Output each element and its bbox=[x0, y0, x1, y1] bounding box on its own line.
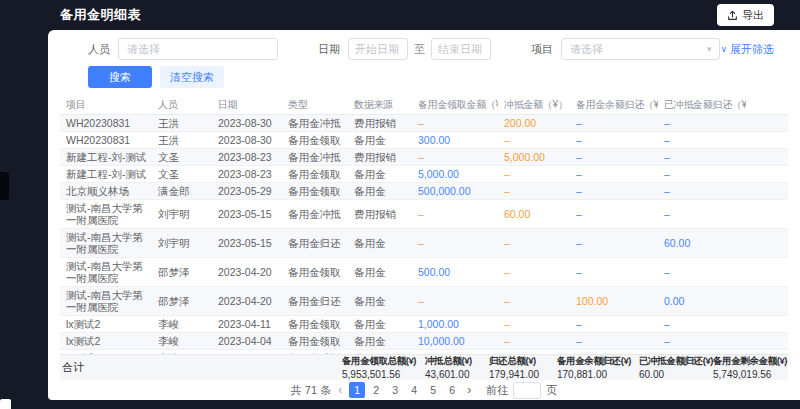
table-cell: WH20230831 bbox=[60, 132, 152, 149]
table-cell-filler bbox=[746, 166, 788, 183]
column-header-filler bbox=[746, 96, 788, 115]
page-button-1[interactable]: 1 bbox=[349, 382, 365, 398]
table-cell: – bbox=[570, 115, 658, 132]
table-cell-filler bbox=[746, 229, 788, 258]
page-button-2[interactable]: 2 bbox=[368, 382, 384, 398]
table-row: 测试-南昌大学第一附属医院刘宇明2023-05-15备用金冲抵费用报销–60.0… bbox=[60, 200, 788, 229]
table-row: 新建工程-刘-测试文圣2023-08-23备用金冲抵费用报销–5,000.00–… bbox=[60, 149, 788, 166]
table-cell: 备用金 bbox=[348, 183, 412, 200]
table-row: lx测试2李峻2023-04-04备用金领取备用金10,000.00––– bbox=[60, 333, 788, 350]
column-header: 类型 bbox=[282, 96, 348, 115]
clear-search-button[interactable]: 清空搜索 bbox=[160, 66, 224, 88]
person-filter-input[interactable] bbox=[118, 38, 278, 60]
export-button[interactable]: 导出 bbox=[717, 4, 774, 26]
project-select-placeholder: 请选择 bbox=[570, 42, 603, 57]
table-cell: – bbox=[412, 115, 498, 132]
project-filter-select[interactable]: 请选择 ▾ bbox=[561, 38, 720, 60]
table-cell: 北京顺义林场 bbox=[60, 183, 152, 200]
table-row: 测试-南昌大学第一附属医院刘宇明2023-05-15备用金归还备用金–––60.… bbox=[60, 229, 788, 258]
table-cell: 满金郎 bbox=[152, 183, 212, 200]
table-row: 北京顺义林场满金郎2023-05-29备用金领取备用金500,000.00––– bbox=[60, 183, 788, 200]
table-cell-filler bbox=[746, 149, 788, 166]
table-cell: 李峻 bbox=[152, 333, 212, 350]
table-cell: 文圣 bbox=[152, 149, 212, 166]
table-cell: 备用金 bbox=[348, 316, 412, 333]
page-button-6[interactable]: 6 bbox=[444, 382, 460, 398]
table-cell: 备用金 bbox=[348, 287, 412, 316]
table-cell: 备用金冲抵 bbox=[282, 115, 348, 132]
summary-stat-label: 备用金剩余金额(¥) bbox=[713, 355, 788, 368]
summary-stat: 备用金余额归还(¥)170,881.00 bbox=[557, 355, 639, 380]
table-cell: 邵梦泽 bbox=[152, 258, 212, 287]
page-button-5[interactable]: 5 bbox=[425, 382, 441, 398]
table-cell: 李峻 bbox=[152, 316, 212, 333]
drawer-handle[interactable] bbox=[0, 172, 9, 200]
table-cell: 2023-08-30 bbox=[212, 115, 282, 132]
pagination-total: 共 71 条 bbox=[291, 383, 331, 398]
export-icon bbox=[727, 10, 738, 21]
summary-stat-value: 5,749,019.56 bbox=[713, 369, 788, 380]
table-header-row: 项目人员日期类型数据来源备用金领取金额（¥）冲抵金额（¥）备用金余额归还（¥）已… bbox=[60, 96, 788, 115]
table-row: 测试-南昌大学第一附属医院邵梦泽2023-04-20备用金归还备用金––100.… bbox=[60, 287, 788, 316]
date-end-input[interactable] bbox=[431, 38, 491, 60]
summary-row: 合计 备用金领取总额(¥)5,953,501.56冲抵总额(¥)43,601.0… bbox=[60, 354, 788, 380]
table-cell: – bbox=[498, 229, 570, 258]
goto-page-input[interactable] bbox=[513, 382, 541, 399]
page-button-4[interactable]: 4 bbox=[406, 382, 422, 398]
summary-stat-label: 备用金领取总额(¥) bbox=[342, 355, 425, 368]
table-cell: – bbox=[570, 166, 658, 183]
table-cell: 备用金领取 bbox=[282, 316, 348, 333]
table-cell: – bbox=[498, 287, 570, 316]
table-cell: 新建工程-刘-测试 bbox=[60, 166, 152, 183]
filter-actions: 搜索 清空搜索 bbox=[88, 66, 788, 88]
table-row: lx测试2李峻2023-04-11备用金领取备用金1,000.00––– bbox=[60, 316, 788, 333]
table-cell: – bbox=[412, 200, 498, 229]
person-filter-label: 人员 bbox=[88, 42, 110, 57]
column-header: 冲抵金额（¥） bbox=[498, 96, 570, 115]
column-header: 数据来源 bbox=[348, 96, 412, 115]
summary-stat-label: 已冲抵金额归还(¥) bbox=[639, 355, 713, 368]
table-cell: 2023-08-23 bbox=[212, 149, 282, 166]
table-cell: 测试-南昌大学第一附属医院 bbox=[60, 287, 152, 316]
table-cell-filler bbox=[746, 333, 788, 350]
table-cell-filler bbox=[746, 258, 788, 287]
date-start-input[interactable] bbox=[348, 38, 408, 60]
search-button[interactable]: 搜索 bbox=[88, 66, 152, 88]
filter-bar: 人员 日期 至 项目 请选择 ▾ ∨ 展开筛选 bbox=[60, 38, 788, 60]
expand-filter-button[interactable]: ∨ 展开筛选 bbox=[720, 42, 774, 57]
table-cell: 备用金 bbox=[348, 333, 412, 350]
summary-stat-value: 43,601.00 bbox=[425, 369, 489, 380]
table-cell: 备用金 bbox=[348, 166, 412, 183]
table-cell: 备用金 bbox=[348, 132, 412, 149]
content-card: 人员 日期 至 项目 请选择 ▾ ∨ 展开筛选 搜索 清空搜索 项目人员日期类型… bbox=[48, 30, 800, 400]
prev-page-button[interactable]: ‹ bbox=[336, 383, 344, 397]
table-cell: 备用金归还 bbox=[282, 287, 348, 316]
column-header: 人员 bbox=[152, 96, 212, 115]
table-row: 测试-南昌大学第一附属医院邵梦泽2023-04-20备用金领取备用金500.00… bbox=[60, 258, 788, 287]
table-cell: – bbox=[570, 149, 658, 166]
table-row: WH20230831王洪2023-08-30备用金冲抵费用报销–200.00–– bbox=[60, 115, 788, 132]
table-cell: 文圣 bbox=[152, 166, 212, 183]
page-buttons: 123456 bbox=[349, 382, 460, 398]
table-cell: 备用金领取 bbox=[282, 132, 348, 149]
page-button-3[interactable]: 3 bbox=[387, 382, 403, 398]
table-row: 新建工程-刘-测试文圣2023-08-23备用金领取备用金5,000.00––– bbox=[60, 166, 788, 183]
summary-total-label: 合计 bbox=[60, 360, 342, 375]
table-cell: – bbox=[570, 333, 658, 350]
table-cell: – bbox=[570, 258, 658, 287]
table-cell: – bbox=[498, 333, 570, 350]
table-cell: 刘宇明 bbox=[152, 229, 212, 258]
select-arrow-icon: ▾ bbox=[707, 44, 712, 54]
next-page-button[interactable]: › bbox=[465, 383, 473, 397]
table-cell-filler bbox=[746, 132, 788, 149]
summary-stat-label: 归还总额(¥) bbox=[489, 355, 557, 368]
table-cell: – bbox=[570, 229, 658, 258]
table-cell: 备用金领取 bbox=[282, 333, 348, 350]
summary-stat: 冲抵总额(¥)43,601.00 bbox=[425, 355, 489, 380]
table-cell: 10,000.00 bbox=[412, 333, 498, 350]
table-cell: 2023-04-11 bbox=[212, 316, 282, 333]
summary-stat-value: 179,941.00 bbox=[489, 369, 557, 380]
table-cell: lx测试2 bbox=[60, 333, 152, 350]
table-cell: 王洪 bbox=[152, 132, 212, 149]
table-cell-filler bbox=[746, 115, 788, 132]
